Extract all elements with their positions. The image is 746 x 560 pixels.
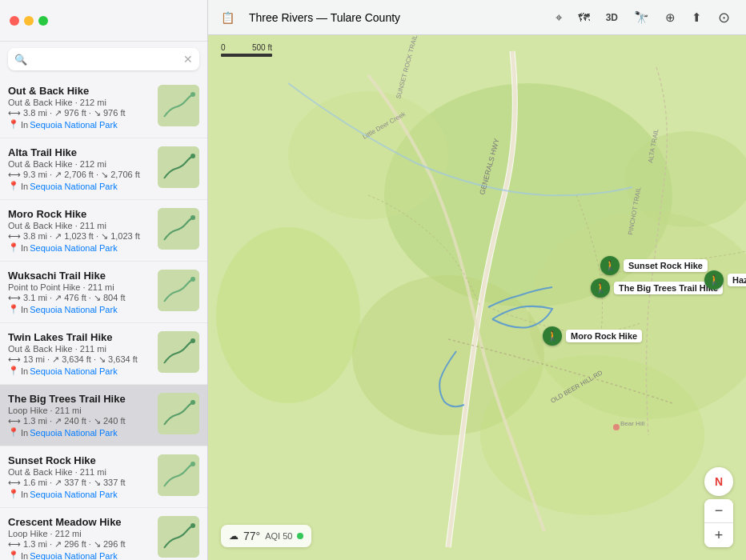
map-svg: GENERALS HWY Little Deer Creek ALTA TRAI… xyxy=(208,35,746,560)
traffic-lights xyxy=(10,16,48,26)
svg-point-5 xyxy=(191,215,195,220)
list-item[interactable]: The Big Trees Trail Hike Loop Hike · 211… xyxy=(0,385,207,446)
three-d-button[interactable]: 3D xyxy=(603,10,621,25)
list-item[interactable]: Wuksachi Trail Hike Point to Point Hike … xyxy=(0,262,207,323)
search-bar: 🔍 hikes Sequoia National Park ✕ xyxy=(8,48,199,70)
result-type: Out & Back Hike · 211 mi xyxy=(8,221,150,230)
location-link[interactable]: Sequoia National Park xyxy=(30,366,117,376)
result-thumbnail xyxy=(158,270,199,311)
svg-point-15 xyxy=(191,523,195,528)
result-type: Out & Back Hike · 211 mi xyxy=(8,467,150,477)
svg-text:Bear Hill: Bear Hill xyxy=(620,420,644,427)
result-title: Crescent Meadow Hike xyxy=(8,516,150,528)
location-pin-icon: 📍 xyxy=(8,304,19,314)
result-info: Alta Trail Hike Out & Back Hike · 212 mi… xyxy=(8,146,150,191)
result-type: Out & Back Hike · 212 mi xyxy=(8,98,150,107)
zoom-in-header-button[interactable]: ⊕ xyxy=(662,9,679,26)
svg-point-3 xyxy=(191,154,195,158)
map-controls: ⌖ 🗺 3D 🔭 ⊕ ⬆ ⊙ xyxy=(552,7,733,28)
result-stats: ⟷ 3.8 mi · ↗ 976 ft · ↘ 976 ft xyxy=(8,108,150,118)
result-type: Loop Hike · 212 mi xyxy=(8,529,150,538)
result-thumbnail xyxy=(158,146,199,188)
location-pin-icon: 📍 xyxy=(8,119,19,130)
location-button[interactable]: ⌖ xyxy=(552,9,565,26)
location-link[interactable]: Sequoia National Park xyxy=(30,120,117,130)
result-thumbnail xyxy=(158,454,199,496)
result-location: 📍 In Sequoia National Park xyxy=(8,550,150,560)
location-link[interactable]: Sequoia National Park xyxy=(30,490,117,499)
minimize-button[interactable] xyxy=(24,16,34,26)
zoom-controls: − + xyxy=(704,499,733,547)
map-view-button[interactable]: 🗺 xyxy=(575,9,593,26)
result-title: The Big Trees Trail Hike xyxy=(8,393,150,405)
location-link[interactable]: Sequoia National Park xyxy=(30,551,117,561)
zoom-minus-button[interactable]: − xyxy=(704,499,733,523)
svg-point-7 xyxy=(191,277,195,282)
result-title: Alta Trail Hike xyxy=(8,146,150,158)
location-prefix: In xyxy=(21,243,28,253)
list-item[interactable]: Sunset Rock Hike Out & Back Hike · 211 m… xyxy=(0,446,207,508)
hazelwood-marker[interactable]: 🚶 Hazelwood Nature Trail Hike xyxy=(704,270,746,290)
svg-point-9 xyxy=(191,338,195,343)
list-item[interactable]: Moro Rock Hike Out & Back Hike · 211 mi … xyxy=(0,200,207,262)
scale-bar: 0 500 ft xyxy=(221,43,272,57)
result-title: Out & Back Hike xyxy=(8,85,150,97)
result-info: Sunset Rock Hike Out & Back Hike · 211 m… xyxy=(8,454,150,499)
compass-button[interactable]: N xyxy=(704,467,733,496)
binoculars-button[interactable]: 🔭 xyxy=(631,9,652,26)
zoom-plus-button[interactable]: + xyxy=(704,523,733,547)
search-input[interactable]: hikes Sequoia National Park xyxy=(32,54,178,66)
moro-rock-label: Moro Rock Hike xyxy=(566,330,642,342)
result-info: Twin Lakes Trail Hike Out & Back Hike · … xyxy=(8,331,150,376)
map-area: 📋 Three Rivers — Tulare County ⌖ 🗺 3D 🔭 … xyxy=(208,0,746,560)
result-info: Crescent Meadow Hike Loop Hike · 212 mi … xyxy=(8,516,150,560)
list-item[interactable]: Crescent Meadow Hike Loop Hike · 212 mi … xyxy=(0,508,207,560)
result-type: Point to Point Hike · 211 mi xyxy=(8,282,150,292)
map-header: 📋 Three Rivers — Tulare County ⌖ 🗺 3D 🔭 … xyxy=(208,0,746,35)
result-info: Wuksachi Trail Hike Point to Point Hike … xyxy=(8,270,150,314)
title-bar xyxy=(0,0,207,42)
result-title: Twin Lakes Trail Hike xyxy=(8,331,150,343)
weather-temp: 77° xyxy=(243,530,260,542)
compass-label: N xyxy=(715,475,723,488)
svg-point-11 xyxy=(191,400,195,405)
scale-end-label: 500 ft xyxy=(252,43,272,52)
result-stats: ⟷ 3.8 mi · ↗ 1,023 ft · ↘ 1,023 ft xyxy=(8,231,150,242)
result-type: Loop Hike · 211 mi xyxy=(8,406,150,415)
location-link[interactable]: Sequoia National Park xyxy=(30,305,117,314)
list-item[interactable]: Out & Back Hike Out & Back Hike · 212 mi… xyxy=(0,77,207,138)
moro-rock-marker[interactable]: 🚶 Moro Rock Hike xyxy=(543,326,642,346)
big-trees-marker[interactable]: 🚶 The Big Trees Trail Hike xyxy=(591,278,723,298)
hazelwood-icon: 🚶 xyxy=(704,270,724,290)
list-item[interactable]: Alta Trail Hike Out & Back Hike · 212 mi… xyxy=(0,138,207,200)
search-clear-button[interactable]: ✕ xyxy=(183,53,193,66)
map-title: Three Rivers — Tulare County xyxy=(249,11,541,24)
location-pin-icon: 📍 xyxy=(8,366,19,376)
maximize-button[interactable] xyxy=(38,16,48,26)
sidebar: 🔍 hikes Sequoia National Park ✕ Out & Ba… xyxy=(0,0,208,560)
result-stats: ⟷ 1.6 mi · ↗ 337 ft · ↘ 337 ft xyxy=(8,478,150,488)
location-link[interactable]: Sequoia National Park xyxy=(30,428,117,438)
svg-point-24 xyxy=(613,424,620,430)
svg-point-1 xyxy=(191,92,195,97)
location-link[interactable]: Sequoia National Park xyxy=(30,243,117,253)
result-stats: ⟷ 9.3 mi · ↗ 2,706 ft · ↘ 2,706 ft xyxy=(8,170,150,180)
weather-icon: ☁ xyxy=(229,530,239,542)
result-thumbnail xyxy=(158,85,199,126)
search-icon: 🔍 xyxy=(14,54,27,66)
share-button[interactable]: ⬆ xyxy=(688,9,705,26)
svg-point-20 xyxy=(288,91,448,219)
account-button[interactable]: ⊙ xyxy=(715,7,733,28)
list-item[interactable]: Twin Lakes Trail Hike Out & Back Hike · … xyxy=(0,323,207,385)
location-prefix: In xyxy=(21,182,28,191)
result-location: 📍 In Sequoia National Park xyxy=(8,366,150,376)
sunset-rock-marker[interactable]: 🚶 Sunset Rock Hike xyxy=(600,256,708,275)
result-location: 📍 In Sequoia National Park xyxy=(8,119,150,130)
close-button[interactable] xyxy=(10,16,19,26)
sunset-rock-icon: 🚶 xyxy=(600,256,620,275)
aqi-indicator xyxy=(297,533,303,539)
svg-point-13 xyxy=(191,462,195,466)
result-stats: ⟷ 13 mi · ↗ 3,634 ft · ↘ 3,634 ft xyxy=(8,354,150,365)
location-link[interactable]: Sequoia National Park xyxy=(30,182,117,191)
result-location: 📍 In Sequoia National Park xyxy=(8,304,150,314)
